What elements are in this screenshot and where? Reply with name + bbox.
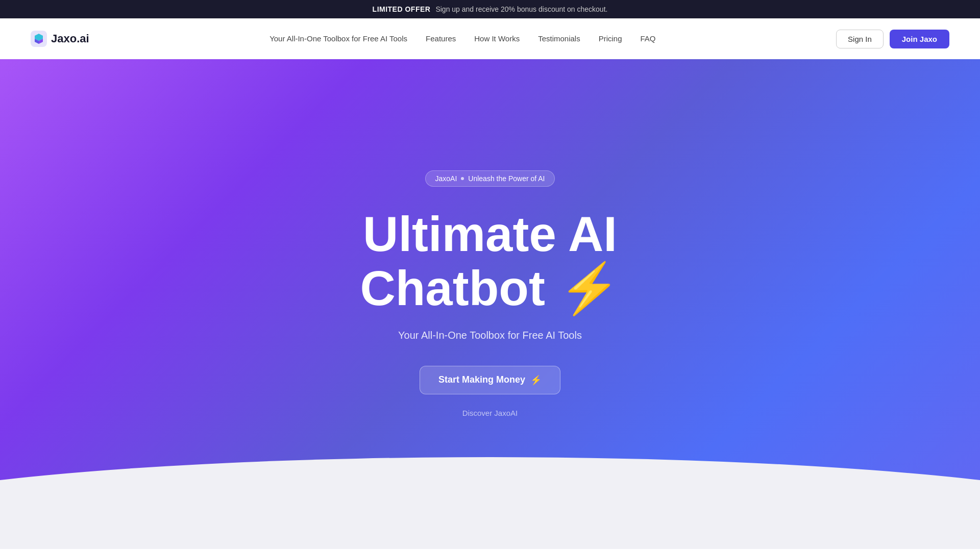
nav-item-features[interactable]: Features [426,34,456,43]
nav-link-pricing[interactable]: Pricing [599,34,622,43]
badge-dot [461,177,464,180]
nav-links: Your All-In-One Toolbox for Free AI Tool… [270,34,655,43]
navbar: Jaxo.ai Your All-In-One Toolbox for Free… [0,18,980,59]
nav-link-how-it-works[interactable]: How It Works [474,34,520,43]
hero-badge: JaxoAI Unleash the Power of AI [425,170,554,187]
cta-label: Start Making Money [438,374,525,385]
logo[interactable]: Jaxo.ai [31,31,89,47]
announcement-bar: LIMITED OFFER Sign up and receive 20% bo… [0,0,980,18]
badge-brand: JaxoAI [435,174,457,183]
nav-item-testimonials[interactable]: Testimonials [538,34,580,43]
nav-item-pricing[interactable]: Pricing [599,34,622,43]
lightning-icon: ⚡ [559,261,620,315]
hero-title: Ultimate AI Chatbot ⚡ [360,207,620,315]
offer-text: Sign up and receive 20% bonus discount o… [435,5,607,13]
signin-button[interactable]: Sign In [836,30,884,48]
nav-link-toolbox[interactable]: Your All-In-One Toolbox for Free AI Tool… [270,34,407,43]
badge-text: Unleash the Power of AI [468,174,545,183]
nav-item-faq[interactable]: FAQ [641,34,656,43]
nav-link-features[interactable]: Features [426,34,456,43]
nav-link-testimonials[interactable]: Testimonials [538,34,580,43]
nav-link-faq[interactable]: FAQ [641,34,656,43]
nav-item-toolbox[interactable]: Your All-In-One Toolbox for Free AI Tool… [270,34,407,43]
offer-label: LIMITED OFFER [373,5,431,13]
hero-section: JaxoAI Unleash the Power of AI Ultimate … [0,59,980,549]
cta-icon: ⚡ [530,374,542,386]
hero-title-line2: Chatbot [360,261,545,315]
nav-actions: Sign In Join Jaxo [836,30,949,48]
logo-text: Jaxo.ai [51,32,89,45]
discover-link[interactable]: Discover JaxoAI [462,409,518,417]
hero-subtitle: Your All-In-One Toolbox for Free AI Tool… [398,330,582,341]
join-button[interactable]: Join Jaxo [890,30,949,48]
hero-title-line1: Ultimate AI [363,207,617,261]
logo-icon [31,31,47,47]
cta-button[interactable]: Start Making Money ⚡ [420,366,560,394]
nav-item-how-it-works[interactable]: How It Works [474,34,520,43]
